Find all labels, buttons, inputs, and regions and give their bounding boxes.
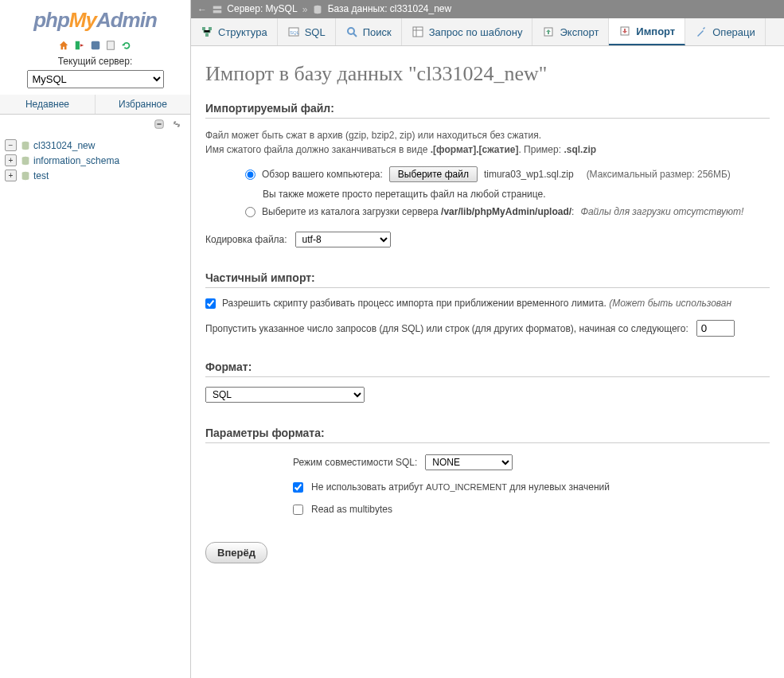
read-multibytes-checkbox[interactable] — [293, 505, 303, 515]
section-partial-import: Частичный импорт: — [205, 271, 770, 288]
operations-icon — [695, 25, 708, 38]
main-tabs: Структура SQL SQL Поиск Запрос по шаблон… — [191, 18, 784, 46]
tree-item-test[interactable]: + test — [5, 168, 185, 183]
search-icon — [345, 25, 358, 38]
tab-label: Запрос по шаблону — [429, 26, 523, 38]
logo-admin: Admin — [96, 8, 157, 32]
svg-rect-0 — [76, 41, 80, 49]
max-size-label: (Максимальный размер: 256МБ) — [587, 169, 731, 180]
tree-label[interactable]: cl331024_new — [33, 140, 95, 151]
section-format-params: Параметры формата: — [205, 427, 770, 443]
browse-label: Обзор вашего компьютера: — [262, 169, 383, 180]
tab-label: Операци — [712, 26, 755, 38]
no-autoinc-checkbox[interactable] — [293, 482, 303, 493]
svg-rect-12 — [209, 27, 212, 30]
radio-upload-dir[interactable] — [245, 207, 255, 217]
breadcrumb-db-label: База данных: cl331024_new — [328, 3, 452, 14]
breadcrumb-server[interactable]: Сервер: MySQL — [212, 3, 298, 15]
chosen-file-name: timura03_wp1.sql.zip — [484, 169, 574, 180]
svg-rect-4 — [158, 123, 162, 125]
tab-operations[interactable]: Операци — [685, 18, 766, 45]
compat-select[interactable]: NONE — [425, 454, 513, 470]
no-autoinc-label: Не использовать атрибут AUTO_INCREMENT д… — [311, 481, 610, 493]
server-select[interactable]: MySQL — [27, 70, 164, 88]
sql-icon[interactable] — [90, 38, 101, 51]
tree-label[interactable]: test — [33, 170, 49, 181]
format-select[interactable]: SQL — [205, 387, 365, 403]
skip-queries-input[interactable] — [696, 320, 735, 337]
tab-import[interactable]: Импорт — [609, 18, 685, 45]
server-icon — [212, 3, 223, 15]
sidebar: phpMyAdmin Текущий сервер: MySQL Недавне… — [0, 0, 191, 678]
no-files-label: Файлы для загрузки отсутствуют! — [580, 206, 743, 217]
breadcrumb-server-label: Сервер: MySQL — [227, 3, 297, 14]
tree-item-cl331024[interactable]: − cl331024_new — [5, 138, 185, 153]
doc-icon[interactable] — [105, 38, 116, 51]
structure-icon — [201, 25, 213, 38]
sql-icon: SQL — [287, 25, 300, 38]
charset-label: Кодировка файла: — [205, 234, 287, 245]
breadcrumb-database[interactable]: База данных: cl331024_new — [312, 3, 451, 15]
tab-structure[interactable]: Структура — [191, 18, 278, 45]
import-hint: Файл может быть сжат в архив (gzip, bzip… — [205, 128, 770, 157]
query-icon — [412, 25, 424, 38]
svg-rect-2 — [107, 41, 115, 49]
tab-label: Структура — [218, 26, 267, 38]
section-import-file: Импортируемый файл: — [205, 102, 770, 119]
tree-item-information-schema[interactable]: + information_schema — [5, 153, 185, 168]
section-format: Формат: — [205, 360, 770, 377]
database-icon — [20, 154, 31, 166]
export-icon — [542, 25, 555, 38]
tree-toggle-icon[interactable]: + — [5, 170, 17, 181]
choose-file-button[interactable]: Выберите файл — [389, 166, 478, 182]
svg-text:SQL: SQL — [290, 30, 300, 35]
tab-label: Импорт — [636, 25, 675, 37]
tab-query[interactable]: Запрос по шаблону — [402, 18, 533, 45]
svg-point-16 — [348, 28, 354, 34]
svg-rect-8 — [213, 6, 222, 10]
page-title: Импорт в базу данных "cl331024_new" — [205, 62, 770, 86]
submit-button[interactable]: Вперёд — [205, 542, 267, 563]
reload-icon[interactable] — [121, 38, 132, 51]
db-tree: − cl331024_new + information_schema + te… — [0, 133, 190, 188]
tab-label: Экспорт — [560, 26, 599, 38]
database-icon — [20, 170, 31, 181]
logo-my: My — [69, 8, 96, 32]
svg-rect-1 — [91, 41, 99, 49]
breadcrumb-separator: » — [302, 4, 308, 15]
current-server-label: Текущий сервер: — [0, 54, 190, 70]
back-arrow-icon[interactable]: ← — [197, 4, 207, 15]
allow-interrupt-checkbox[interactable] — [205, 298, 216, 309]
database-icon — [20, 139, 31, 151]
main: ← Сервер: MySQL » База данных: cl331024_… — [191, 0, 784, 678]
exit-icon[interactable] — [74, 38, 85, 51]
tree-toggle-icon[interactable]: + — [5, 154, 17, 166]
charset-select[interactable]: utf-8 — [295, 232, 391, 247]
tree-toggle-icon[interactable]: − — [5, 139, 17, 151]
tab-label: SQL — [305, 26, 326, 38]
import-icon — [618, 25, 631, 37]
breadcrumb: ← Сервер: MySQL » База данных: cl331024_… — [191, 0, 784, 18]
drag-hint: Вы также можете просто перетащить файл н… — [263, 189, 546, 200]
tab-export[interactable]: Экспорт — [532, 18, 609, 45]
collapse-all-icon[interactable] — [154, 118, 165, 131]
home-icon[interactable] — [58, 38, 69, 51]
upload-dir-text: Выберите из каталога загрузки сервера /v… — [262, 206, 574, 217]
skip-label: Пропустить указанное число запросов (для… — [205, 323, 688, 334]
database-icon — [312, 3, 323, 15]
link-icon[interactable] — [171, 118, 182, 131]
svg-rect-11 — [202, 27, 205, 30]
logo[interactable]: phpMyAdmin — [0, 0, 190, 37]
top-icons — [0, 37, 190, 54]
favorite-tab[interactable]: Избранное — [96, 95, 190, 114]
tree-label[interactable]: information_schema — [33, 155, 119, 166]
allow-interrupt-label: Разрешить скрипту разбивать процесс импо… — [222, 298, 731, 309]
tab-sql[interactable]: SQL SQL — [278, 18, 336, 45]
logo-php: php — [33, 8, 69, 32]
compat-label: Режим совместимости SQL: — [293, 457, 417, 468]
tab-search[interactable]: Поиск — [336, 18, 402, 45]
recent-tab[interactable]: Недавнее — [0, 95, 96, 114]
radio-browse-computer[interactable] — [245, 170, 255, 180]
tab-label: Поиск — [363, 26, 392, 38]
read-multibytes-label: Read as multibytes — [311, 504, 392, 515]
